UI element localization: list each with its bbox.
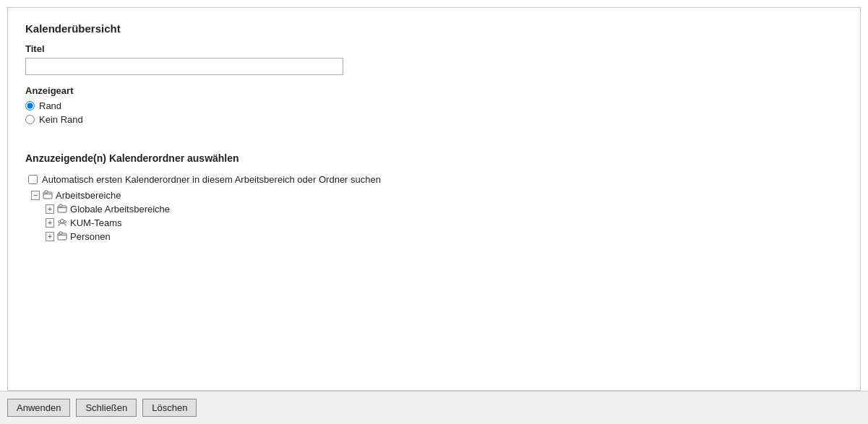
tree-node-personen: + Personen bbox=[46, 230, 843, 242]
radio-rand-label: Rand bbox=[39, 100, 61, 111]
svg-rect-1 bbox=[43, 194, 52, 194]
tree-personen-label: Personen bbox=[70, 231, 111, 242]
title-input[interactable] bbox=[25, 58, 343, 75]
tree-node-globale: + Globale Arbeitsbereiche bbox=[46, 203, 843, 215]
auto-search-checkbox[interactable] bbox=[28, 175, 38, 184]
display-type-label: Anzeigeart bbox=[25, 85, 843, 96]
tree-globale-label: Globale Arbeitsbereiche bbox=[70, 204, 170, 215]
tree-children: + Globale Arbeitsbereiche + bbox=[46, 203, 843, 242]
tree-kum-label: KUM-Teams bbox=[70, 217, 122, 228]
radio-rand[interactable]: Rand bbox=[25, 100, 843, 111]
svg-point-7 bbox=[59, 221, 61, 223]
calendar-section-title: Anzuzeigende(n) Kalenderordner auswählen bbox=[25, 152, 843, 164]
auto-search-row: Automatisch ersten Kalenderordner in die… bbox=[28, 174, 843, 185]
auto-search-label: Automatisch ersten Kalenderordner in die… bbox=[42, 174, 381, 185]
tree-globale-expand[interactable]: + bbox=[46, 204, 54, 214]
svg-rect-2 bbox=[45, 191, 48, 193]
tree-kum-expand[interactable]: + bbox=[46, 218, 54, 228]
display-type-section: Anzeigeart Rand Kein Rand bbox=[25, 85, 843, 125]
svg-rect-11 bbox=[59, 232, 62, 234]
radio-rand-input[interactable] bbox=[25, 101, 35, 111]
svg-point-8 bbox=[64, 221, 66, 223]
tree-node-kum: + KUM-Teams bbox=[46, 217, 843, 228]
spacer bbox=[25, 131, 843, 152]
page-wrapper: Kalenderübersicht Titel Anzeigeart Rand … bbox=[0, 0, 868, 424]
radio-kein-rand-label: Kein Rand bbox=[39, 114, 83, 125]
tree-container: − Arbeitsbereiche + bbox=[31, 189, 843, 242]
globale-icon bbox=[56, 203, 68, 215]
close-button[interactable]: Schließen bbox=[76, 399, 137, 417]
svg-rect-10 bbox=[58, 235, 66, 235]
svg-rect-4 bbox=[58, 207, 66, 208]
radio-kein-rand-input[interactable] bbox=[25, 115, 35, 124]
main-content: Kalenderübersicht Titel Anzeigeart Rand … bbox=[7, 7, 861, 391]
tree-root-expand[interactable]: − bbox=[31, 191, 40, 200]
radio-kein-rand[interactable]: Kein Rand bbox=[25, 114, 843, 125]
title-field-group: Titel bbox=[25, 43, 843, 75]
apply-button[interactable]: Anwenden bbox=[7, 399, 70, 417]
svg-point-6 bbox=[61, 220, 64, 223]
personen-icon bbox=[56, 230, 68, 242]
footer-bar: Anwenden Schließen Löschen bbox=[0, 391, 868, 424]
tree-root-node: − Arbeitsbereiche bbox=[31, 189, 843, 201]
svg-rect-5 bbox=[59, 204, 62, 207]
title-label: Titel bbox=[25, 43, 843, 54]
kum-icon bbox=[56, 217, 68, 228]
tree-root-label: Arbeitsbereiche bbox=[56, 190, 121, 201]
delete-button[interactable]: Löschen bbox=[142, 399, 197, 417]
arbeitsbereiche-icon bbox=[42, 189, 53, 201]
tree-personen-expand[interactable]: + bbox=[46, 232, 54, 241]
page-title: Kalenderübersicht bbox=[25, 22, 843, 35]
